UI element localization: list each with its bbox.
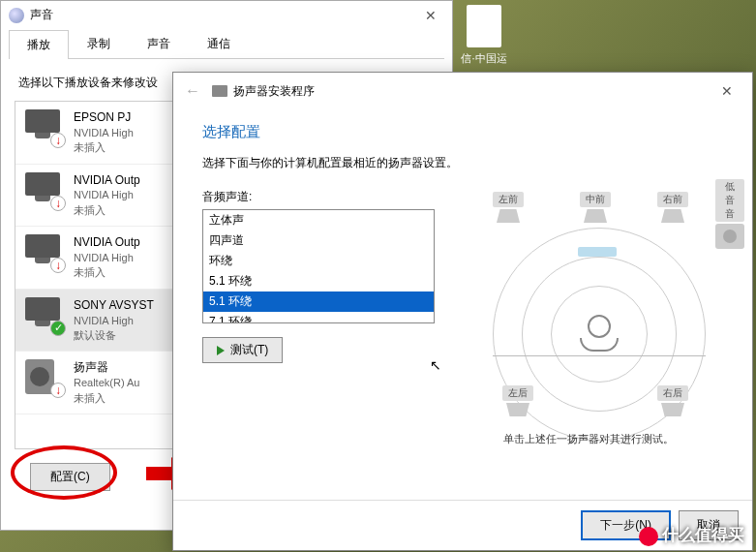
speaker-cone-icon — [506, 403, 529, 416]
speaker-cone-icon — [497, 209, 520, 223]
channel-option[interactable]: 5.1 环绕 — [203, 271, 434, 291]
channel-listbox-label: 音频声道: — [202, 189, 435, 205]
wizard-header: ← 扬声器安装程序 ✕ — [173, 73, 752, 109]
wizard-breadcrumb: 扬声器安装程序 — [233, 83, 315, 100]
back-arrow-icon[interactable]: ← — [185, 82, 200, 100]
status-unplugged-icon: ↓ — [50, 383, 66, 398]
test-button[interactable]: 测试(T) — [202, 337, 283, 363]
status-default-icon: ✓ — [50, 321, 66, 336]
speaker-rear-left[interactable]: 左后 — [502, 383, 533, 416]
channel-option[interactable]: 环绕 — [203, 251, 434, 271]
speaker-front-right[interactable]: 右前 — [657, 189, 688, 223]
close-icon[interactable]: ✕ — [713, 83, 741, 99]
status-unplugged-icon: ↓ — [50, 196, 66, 211]
window-titlebar: 声音 ✕ — [1, 1, 452, 29]
status-unplugged-icon: ↓ — [50, 133, 66, 148]
play-icon — [217, 346, 225, 355]
speaker-setup-wizard: ← 扬声器安装程序 ✕ 选择配置 选择下面与你的计算机配置最相近的扬声器设置。 … — [172, 72, 753, 551]
monitor-icon — [25, 109, 60, 133]
monitor-icon — [25, 297, 60, 321]
diagram-hint: 单击上述任一扬声器对其进行测试。 — [454, 422, 723, 446]
speaker-cone-icon — [661, 209, 684, 223]
status-unplugged-icon: ↓ — [50, 258, 66, 273]
tab-sounds[interactable]: 声音 — [129, 29, 189, 58]
wizard-footer: 下一步(N) 取消 — [173, 500, 752, 550]
floor-line — [493, 355, 706, 356]
desktop-icon-label: 信·中国运 — [460, 51, 508, 66]
document-icon — [467, 5, 501, 47]
test-button-label: 测试(T) — [230, 342, 268, 358]
wizard-heading: 选择配置 — [173, 109, 752, 149]
listener-icon — [580, 315, 619, 353]
monitor-icon — [25, 234, 60, 258]
wizard-subtitle: 选择下面与你的计算机配置最相近的扬声器设置。 — [173, 149, 752, 189]
channel-option[interactable]: 7.1 环绕 — [203, 312, 434, 323]
app-icon — [9, 8, 24, 23]
speaker-rear-right[interactable]: 右后 — [657, 383, 688, 416]
speaker-cone-icon — [661, 403, 684, 416]
tab-recording[interactable]: 录制 — [69, 29, 129, 58]
speaker-layout-diagram: 左前 中前 右前 低音音 左后 右后 单击上述任一扬声器对其进行测试。 — [454, 189, 723, 441]
channel-listbox[interactable]: 立体声 四声道 环绕 5.1 环绕 5.1 环绕 7.1 环绕 Dolby At… — [202, 209, 435, 323]
speaker-front-center[interactable]: 中前 — [580, 189, 611, 223]
window-title: 声音 — [30, 7, 53, 23]
speaker-cone-icon — [584, 209, 607, 223]
subwoofer-icon — [715, 224, 744, 249]
folder-icon — [212, 85, 227, 97]
cancel-button[interactable]: 取消 — [679, 510, 739, 540]
next-button[interactable]: 下一步(N) — [581, 510, 671, 540]
desktop-file-icon[interactable]: 信·中国运 — [460, 5, 508, 66]
tab-playback[interactable]: 播放 — [9, 30, 69, 59]
monitor-icon — [25, 172, 60, 196]
close-icon[interactable]: ✕ — [417, 8, 444, 23]
channel-option-selected[interactable]: 5.1 环绕 — [203, 291, 434, 312]
configure-button[interactable]: 配置(C) — [30, 463, 110, 491]
tab-bar: 播放 录制 声音 通信 — [9, 29, 444, 59]
speaker-subwoofer[interactable]: 低音音 — [715, 179, 744, 249]
channel-option[interactable]: 立体声 — [203, 210, 434, 230]
tab-communications[interactable]: 通信 — [189, 29, 249, 58]
speaker-front-left[interactable]: 左前 — [493, 189, 524, 223]
speaker-screen — [578, 247, 617, 257]
screen-icon — [578, 247, 617, 257]
channel-option[interactable]: 四声道 — [203, 230, 434, 251]
